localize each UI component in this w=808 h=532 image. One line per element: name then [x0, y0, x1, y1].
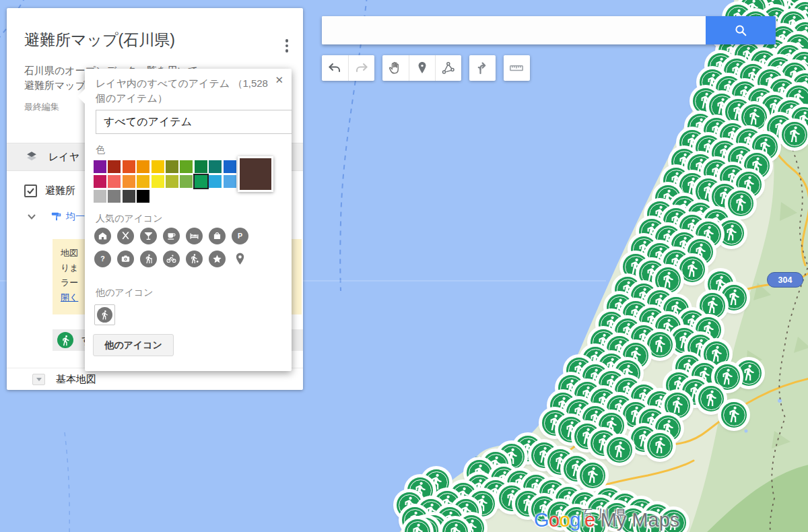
- dialog-title: レイヤ内のすべてのアイテム （1,528 個のアイテム）: [96, 76, 279, 106]
- sports-icon[interactable]: [186, 251, 203, 267]
- color-swatch[interactable]: [166, 160, 178, 173]
- star-icon[interactable]: [209, 251, 226, 267]
- search-input[interactable]: [322, 16, 706, 44]
- layer-checkbox[interactable]: [24, 185, 37, 197]
- shelter-marker[interactable]: [741, 104, 767, 130]
- shelter-marker[interactable]: [728, 191, 753, 216]
- color-swatch[interactable]: [94, 175, 106, 188]
- map-description-line2: 避難所マップ: [24, 79, 86, 92]
- shelter-marker[interactable]: [721, 402, 747, 428]
- color-swatch[interactable]: [108, 160, 121, 173]
- base-map-row[interactable]: 基本地図: [7, 368, 303, 391]
- color-swatch[interactable]: [94, 160, 106, 173]
- directions-button[interactable]: [469, 55, 496, 81]
- color-swatch[interactable]: [123, 190, 135, 203]
- color-swatch[interactable]: [180, 160, 193, 173]
- color-swatch[interactable]: [137, 160, 149, 173]
- layer-name-label: 避難所: [45, 185, 75, 197]
- color-swatch[interactable]: [137, 190, 149, 203]
- color-swatch[interactable]: [137, 175, 149, 188]
- ruler-icon: [508, 60, 525, 76]
- marker-button[interactable]: [409, 55, 435, 81]
- cafe-icon[interactable]: [163, 228, 180, 244]
- help-icon[interactable]: ?: [94, 251, 111, 267]
- shelter-marker[interactable]: [714, 364, 740, 390]
- pin-icon[interactable]: [232, 251, 248, 267]
- svg-text:P: P: [238, 232, 242, 240]
- map-toolbar: [322, 55, 530, 81]
- shelter-marker[interactable]: [698, 386, 724, 411]
- toolbar-group: [382, 55, 461, 81]
- color-swatch[interactable]: [180, 175, 193, 188]
- shelter-marker[interactable]: [736, 360, 762, 386]
- line-button[interactable]: [435, 55, 461, 81]
- shelter-marker[interactable]: [647, 433, 673, 459]
- home-icon[interactable]: [94, 228, 111, 244]
- group-name-input[interactable]: [96, 110, 292, 134]
- undo-button[interactable]: [322, 55, 348, 81]
- color-swatch[interactable]: [108, 175, 121, 188]
- marker-icon: [414, 60, 430, 76]
- toolbar-group: [469, 55, 496, 81]
- line-icon: [440, 60, 457, 76]
- basemap-expand-icon[interactable]: [32, 374, 45, 385]
- shelter-marker[interactable]: [607, 437, 632, 463]
- parking-icon[interactable]: P: [232, 228, 248, 244]
- hotel-icon[interactable]: [186, 228, 203, 244]
- shopping-icon[interactable]: [209, 228, 226, 244]
- color-swatch[interactable]: [224, 160, 236, 173]
- other-icons-label: 他のアイコン: [96, 287, 154, 299]
- popular-icons-row1: P: [94, 228, 248, 244]
- close-icon[interactable]: ✕: [273, 72, 285, 88]
- color-swatch[interactable]: [166, 175, 178, 188]
- chevron-down-icon: [26, 211, 38, 223]
- color-swatch[interactable]: [94, 190, 106, 203]
- camera-icon[interactable]: [117, 251, 134, 267]
- shelter-marker[interactable]: [679, 257, 705, 282]
- search-button[interactable]: [706, 16, 776, 44]
- shelter-marker[interactable]: [700, 293, 725, 319]
- restaurant-icon[interactable]: [117, 228, 134, 244]
- color-section-label: 色: [96, 144, 105, 156]
- walk-icon[interactable]: [97, 307, 112, 323]
- popular-icons-label: 人気のアイコン: [96, 213, 163, 225]
- redo-icon: [354, 60, 370, 76]
- color-swatch[interactable]: [152, 175, 164, 188]
- shelter-marker[interactable]: [580, 463, 605, 488]
- color-swatch[interactable]: [123, 175, 135, 188]
- pan-button[interactable]: [382, 55, 409, 81]
- last-edit-label: 最終編集: [24, 101, 59, 113]
- color-swatch[interactable]: [152, 160, 164, 173]
- shelter-marker[interactable]: [718, 220, 744, 246]
- overflow-menu-icon[interactable]: [283, 36, 292, 55]
- hiking-icon[interactable]: [140, 251, 157, 267]
- shelter-marker[interactable]: [655, 267, 681, 293]
- bar-icon[interactable]: [140, 228, 157, 244]
- selected-icon-box[interactable]: [94, 304, 115, 325]
- color-swatch[interactable]: [195, 160, 207, 173]
- color-swatch[interactable]: [108, 190, 121, 203]
- color-swatch[interactable]: [195, 175, 207, 188]
- shelter-marker[interactable]: [661, 510, 686, 532]
- cycling-icon[interactable]: [163, 251, 180, 267]
- color-swatch[interactable]: [209, 175, 222, 188]
- color-swatch[interactable]: [209, 160, 222, 173]
- redo-button[interactable]: [348, 55, 374, 81]
- directions-icon: [474, 60, 491, 76]
- open-link[interactable]: 開く: [61, 292, 78, 302]
- ruler-button[interactable]: [504, 55, 530, 81]
- shelter-marker[interactable]: [782, 122, 807, 147]
- svg-text:?: ?: [100, 255, 104, 263]
- shelter-marker[interactable]: [665, 393, 690, 418]
- search-bar: [322, 16, 776, 44]
- dialog-tail: [77, 89, 85, 104]
- color-swatch[interactable]: [123, 160, 135, 173]
- more-icons-button[interactable]: 他のアイコン: [93, 334, 174, 356]
- check-icon: [26, 186, 36, 196]
- layer-row-shelters[interactable]: 避難所: [24, 185, 75, 197]
- toolbar-group: [322, 55, 374, 81]
- color-swatch[interactable]: [224, 175, 236, 188]
- pan-icon: [387, 60, 404, 76]
- shelter-marker[interactable]: [647, 332, 673, 358]
- current-color-preview: [238, 156, 273, 192]
